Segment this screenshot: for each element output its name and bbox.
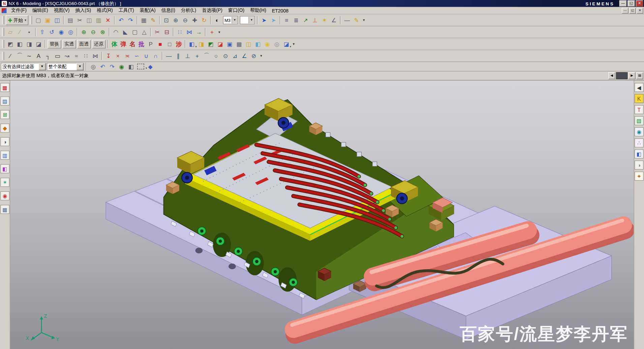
selection-scope-dropdown-arrow[interactable]: ▼ xyxy=(76,63,84,70)
datum-plane-button[interactable]: ▱ xyxy=(6,28,15,37)
view-top-button[interactable]: ◨ xyxy=(25,39,34,49)
interference-check-button[interactable]: 涉 xyxy=(175,40,183,49)
menu-format[interactable]: 格式(R) xyxy=(94,7,116,14)
highlight-button[interactable]: ◉ xyxy=(263,39,272,49)
mirror-feature-button[interactable]: ⋈ xyxy=(185,28,194,37)
translucency-cube-button[interactable]: ◧ xyxy=(253,39,263,49)
menu-view[interactable]: 视图(V) xyxy=(51,7,72,14)
toolbar-visibility-overflow[interactable]: ▾ xyxy=(291,39,296,49)
invert-shown-button[interactable]: ◩ xyxy=(206,39,215,49)
zoom-in-button[interactable]: ⊕ xyxy=(171,15,180,25)
line-button[interactable]: ∕ xyxy=(6,51,15,60)
revolve-button[interactable]: ↺ xyxy=(47,28,56,37)
extrude-button[interactable]: ⇧ xyxy=(38,28,47,37)
shell-button[interactable]: ▢ xyxy=(130,28,139,37)
menu-preferences[interactable]: 首选项(P) xyxy=(199,7,225,14)
explode-assembly-button[interactable]: ✶ xyxy=(320,15,329,25)
assembly-constraints-button[interactable]: ⊥ xyxy=(310,15,319,25)
join-curve-button[interactable]: ∩ xyxy=(151,51,160,60)
object-color-dropdown[interactable]: ▾ xyxy=(240,16,255,24)
roles-icon[interactable]: ◉ xyxy=(0,191,9,200)
menu-window[interactable]: 窗口(O) xyxy=(225,7,247,14)
intersection-curve-button[interactable]: × xyxy=(113,51,122,60)
redo-button[interactable]: ↷ xyxy=(126,15,135,25)
toolbar-grip[interactable] xyxy=(2,40,4,48)
studio-spline-button[interactable]: ↝ xyxy=(62,51,71,60)
batch-tool-button[interactable]: 批 xyxy=(137,40,146,49)
text-button[interactable]: A xyxy=(34,51,43,60)
solid-red-cube-button[interactable]: ■ xyxy=(156,39,165,49)
restore-button[interactable]: ◱ xyxy=(627,0,635,6)
highlight-selection-button[interactable]: ◉ xyxy=(117,62,126,71)
constraint-equal-button[interactable]: ⊿ xyxy=(231,51,240,60)
start-button[interactable]: ✚开始▾ xyxy=(6,15,28,25)
fillet-button[interactable]: ┐ xyxy=(43,51,53,60)
rotate-view-button[interactable]: ↻ xyxy=(200,15,209,25)
unite-button[interactable]: ⊕ xyxy=(79,28,88,37)
constraint-coincident-button[interactable]: + xyxy=(193,51,202,60)
edge-blend-button[interactable]: ◠ xyxy=(111,28,120,37)
annotation-button[interactable]: ✎ xyxy=(352,15,361,25)
toolbar-grip[interactable] xyxy=(2,28,4,36)
empty-box-button[interactable]: □ xyxy=(165,39,174,49)
edit-object-display-button[interactable]: ▩ xyxy=(235,39,244,49)
constraint-perpendicular-button[interactable]: ⊥ xyxy=(183,51,192,60)
view-isometric-button[interactable]: ◪ xyxy=(34,39,43,49)
constraint-symmetric-button[interactable]: ⊘ xyxy=(249,51,258,60)
toolbar-grip[interactable] xyxy=(30,16,32,24)
document-window-icon[interactable] xyxy=(2,8,7,13)
immediate-hide-button[interactable]: ◨ xyxy=(197,39,206,49)
horizontal-ref-button[interactable]: ― xyxy=(342,15,351,25)
constraint-tangent-button[interactable]: ⌒ xyxy=(202,51,211,60)
show-hide-button[interactable]: ◧▾ xyxy=(187,39,196,49)
fit-view-button[interactable]: ⊡ xyxy=(162,15,171,25)
view-front-button[interactable]: ◧ xyxy=(15,39,24,49)
rectangle-select-button[interactable]: ▾ xyxy=(137,64,144,69)
child-close-button[interactable]: ✕ xyxy=(637,8,643,13)
menu-insert[interactable]: 插入(S) xyxy=(72,7,94,14)
child-minimize-button[interactable]: — xyxy=(622,8,628,13)
spline-button[interactable]: ∼ xyxy=(25,51,34,60)
command-finder-button[interactable]: ✎ xyxy=(149,15,158,25)
restore-display-button[interactable]: 还原 xyxy=(92,40,105,49)
shaded-display-button[interactable]: ◐ xyxy=(213,15,222,25)
view-trimetric-button[interactable]: ◩ xyxy=(6,39,15,49)
cut-button[interactable]: ✂ xyxy=(75,15,84,25)
part-navigator-icon[interactable]: ▤ xyxy=(0,96,9,105)
scroll-right-button[interactable]: ▶ xyxy=(628,72,636,80)
replace-reference-set-button[interactable]: 替换 xyxy=(48,40,61,49)
subtract-button[interactable]: ⊖ xyxy=(89,28,98,37)
menu-assemblies[interactable]: 装配(A) xyxy=(137,7,158,14)
intersection-point-button[interactable]: + xyxy=(207,28,216,37)
constraint-angle-button[interactable]: ∠ xyxy=(240,51,249,60)
spring-tool-button[interactable]: 弹 xyxy=(119,40,128,49)
trim-body-button[interactable]: ✂ xyxy=(153,28,162,37)
pan-button[interactable]: ✚ xyxy=(190,15,199,25)
move-face-button[interactable]: → xyxy=(194,28,203,37)
toolbar-sketch-overflow[interactable]: ▾ xyxy=(259,51,264,60)
move-component-button[interactable]: ↗ xyxy=(301,15,310,25)
copy-button[interactable]: ◫ xyxy=(85,15,94,25)
wizard-icon[interactable]: ✶ xyxy=(0,178,9,187)
menu-tools[interactable]: 工具(T) xyxy=(116,7,137,14)
boss-button[interactable]: ◎ xyxy=(66,28,75,37)
offset-curve-button[interactable]: ≈ xyxy=(72,51,81,60)
constraint-concentric-button[interactable]: ⊙ xyxy=(221,51,230,60)
assembly-navigator-icon[interactable]: ⊞ xyxy=(0,110,9,119)
close-button[interactable]: ✕ xyxy=(636,0,643,6)
open-button[interactable]: ▣ xyxy=(43,15,52,25)
history-clock-icon[interactable]: ◑ xyxy=(635,161,644,170)
wcs-triad[interactable]: Z X Y xyxy=(25,313,62,342)
constraint-horizontal-button[interactable]: ― xyxy=(164,51,174,60)
scroll-left-button[interactable]: ◀ xyxy=(608,72,615,80)
sketch-button[interactable]: ➤ xyxy=(259,15,269,25)
menu-information[interactable]: 信息(I) xyxy=(158,7,178,14)
toolbar-feature-overflow[interactable]: ▾ xyxy=(217,28,222,37)
show-names-button[interactable]: 名 xyxy=(128,40,137,49)
circle-button[interactable]: ○ xyxy=(212,51,221,60)
shaded-selection-button[interactable]: ◧ xyxy=(126,62,135,71)
panel-toggle-button[interactable]: ▤ xyxy=(636,72,643,80)
toolbar-grip[interactable] xyxy=(2,52,4,60)
selection-filter-combo[interactable]: 没有选择过滤器 ▼ xyxy=(1,63,46,70)
selection-scope-combo[interactable]: 整个装配 ▼ xyxy=(47,63,84,70)
